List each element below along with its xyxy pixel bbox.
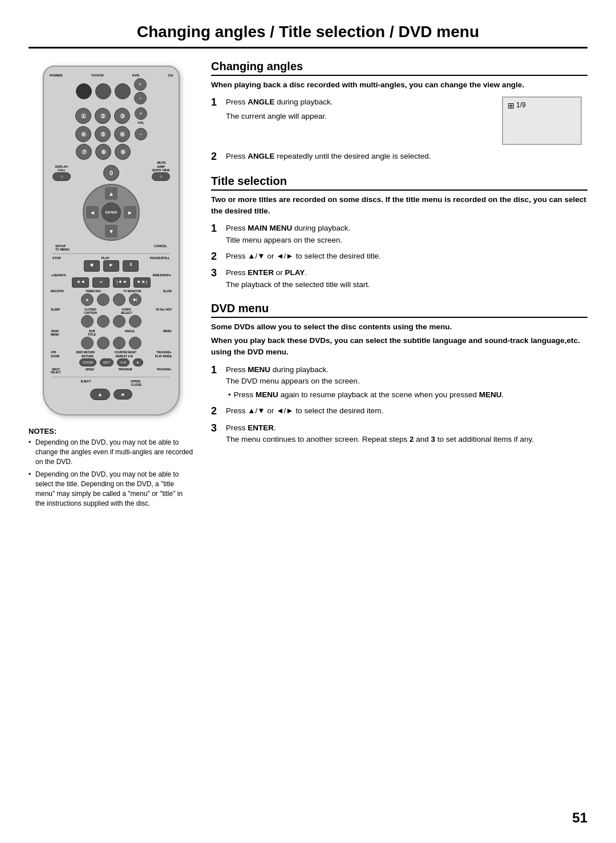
changing-angles-title: Changing angles [211,60,587,76]
ffwd-button[interactable]: •• [92,277,110,288]
tv-monitor-button[interactable] [113,293,125,306]
jump-label: JUMPQUICK VIEW [152,165,169,172]
angle-fraction: 1/9 [516,101,526,109]
enter-center-button[interactable]: ENTER [102,203,121,222]
title-selection-section: Title selection Two or more titles are r… [211,175,587,291]
page-title: Changing angles / Title selection / DVD … [29,23,587,49]
play-mode-button[interactable]: ► [133,358,143,366]
dpad-left-button[interactable]: ◄ [86,206,99,219]
index-next-button[interactable]: ►►| [133,277,151,288]
dvd-step-1: 1 Press MENU during playback. The DVD me… [211,364,587,401]
num-4-button[interactable]: ④ [75,126,91,142]
display-call-button[interactable]: ▽ [52,172,71,181]
num-2-button[interactable]: ② [95,108,111,124]
dpad-right-button[interactable]: ► [124,206,136,219]
eject-button[interactable]: ▲ [90,389,110,400]
zoom-button[interactable]: ZOOM [79,358,96,366]
vol-plus-button[interactable]: + [135,107,147,120]
rec-otr-button[interactable]: ● [81,293,94,306]
play-button[interactable]: ► [103,260,119,272]
menu-angle-row [50,337,173,349]
dvd-menu-intro2: When you play back these DVDs, you can s… [211,335,587,358]
power-button[interactable] [76,83,92,99]
jump-button[interactable]: ▽ [152,172,170,181]
return-button[interactable]: RET [100,358,114,366]
num-8-button[interactable]: ⑧ [95,144,111,160]
num-1-button[interactable]: ① [75,108,91,124]
vol-minus-button[interactable]: − [135,128,147,140]
dvd-button[interactable] [115,83,131,99]
angles-step-2: 2 Press ANGLE repeatedly until the desir… [211,151,587,163]
audio-select-label: AUDIOSELECT [121,308,132,314]
repeat-ab-button[interactable]: A-B [117,358,129,366]
closed-caption-button[interactable] [97,315,110,328]
index-prev-button[interactable]: |◄◄ [113,277,130,288]
pause-button[interactable]: ⏸ [123,260,139,272]
ch-minus-button[interactable]: − [134,92,147,104]
playback-row: ■ ► ⏸ [50,260,173,272]
audio-select-button[interactable] [113,315,125,328]
ch-label: CH [168,74,173,77]
speed-label: SPEED [86,368,94,374]
jump-group: JUMPQUICK VIEW ▽ [152,165,170,181]
sec-adv-label: 30 Sec ADV [156,308,172,314]
angles-step1-area: 1 Press ANGLE during playback. The curre… [211,96,587,145]
angles-step-2-content: Press ANGLE repeatedly until the desired… [226,151,587,162]
num-0-button[interactable]: 0 [103,165,119,181]
remote-wrapper: POWER TV/VCR DVD CH + − [29,66,194,416]
remote-top-labels: POWER TV/VCR DVD CH [50,74,173,77]
step-ref-3: 3 [431,435,436,443]
rew-button[interactable]: ◄◄ [72,277,89,288]
sub-title-label: SUBTITLE [88,329,96,336]
open-close-button[interactable]: ⏏ [114,389,132,400]
dvd-step-3-note: The menu continues to another screen. Re… [226,435,534,443]
title-step-1-content: Press MAIN MENU during playback. Title m… [226,223,587,246]
bullet-dot: • [228,389,231,401]
num-3-button[interactable]: ③ [114,108,130,124]
tracking2-label: TRACKING+ [157,368,172,374]
dvd-step-3: 3 Press ENTER. The menu continues to ano… [211,422,587,446]
num-9-button[interactable]: ⑨ [115,144,131,160]
num-5-button[interactable]: ⑤ [95,126,111,142]
sleep-button[interactable] [81,315,94,328]
menu-keyword-2: MENU [256,390,278,399]
title-selection-intro: Two or more titles are recorded on some … [211,194,587,217]
main-menu-button[interactable] [81,337,94,349]
num-row-1: ① ② ③ + VOL [50,107,173,124]
notes-section: NOTES: Depending on the DVD, you may not… [29,427,194,509]
angle-label: ANGLE [124,329,135,336]
main-layout: POWER TV/VCR DVD CH + − [29,60,587,512]
menu-button[interactable] [129,337,141,349]
zoom-row: ZOOM RET A-B ► [50,358,173,366]
main-menu-label: MAINMENU [51,329,59,336]
dpad-down-button[interactable]: ▼ [105,225,117,237]
angles-step-1-note: The current angle will appear. [226,111,502,122]
program-label: PROGRAM [119,368,132,374]
enter-keyword-dvd: ENTER [248,423,274,432]
sub-title-button[interactable] [97,337,110,349]
title-step-3-num: 3 [211,267,221,280]
dpad-up-button[interactable]: ▲ [105,187,117,200]
dvd-label: DVD [132,74,140,77]
dvd-step-3-content: Press ENTER. The menu continues to anoth… [226,422,587,446]
zoom-label: ZOOM [51,354,59,358]
angle-button[interactable] [113,337,125,349]
rec-labels: REC/OTR TIMER REC TV MONITOR SLOW [50,289,173,293]
ch-plus-button[interactable]: + [134,78,147,91]
tv-monitor-label: TV MONITOR [123,289,141,293]
power-label: POWER [50,74,63,77]
timer-rec-button[interactable] [97,293,110,306]
stop-button[interactable]: ■ [84,260,100,272]
num-6-button[interactable]: ⑥ [114,126,130,142]
remote-row-top-buttons: + − [50,78,173,104]
vol-minus-area: − [135,128,147,140]
sec-adv-button[interactable] [129,315,141,328]
atr-label: ATR [51,351,56,354]
num-7-button[interactable]: ⑦ [76,144,92,160]
dpad-area: ▲ ▼ ◄ ► ENTER [83,184,140,241]
tvvcr-button[interactable] [95,83,111,99]
return-label: RETURN [82,354,94,358]
mute-label-row: MUTE [50,161,173,164]
divider-2 [52,377,170,377]
slow-button[interactable]: ▶| [129,293,141,306]
